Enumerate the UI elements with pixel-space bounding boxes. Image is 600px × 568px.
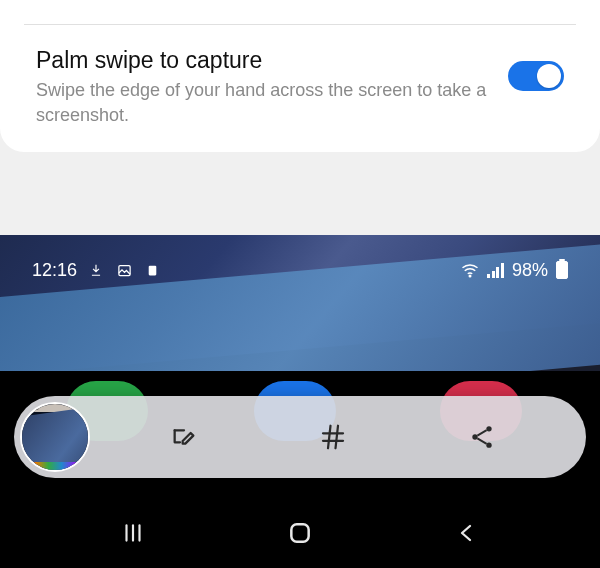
svg-rect-1: [148, 265, 156, 275]
battery-icon: [556, 261, 568, 279]
svg-point-2: [470, 275, 472, 277]
screenshot-thumbnail[interactable]: 01:42: [20, 402, 90, 472]
wifi-icon: [461, 261, 479, 279]
svg-point-7: [486, 426, 491, 431]
app-icon: [143, 261, 161, 279]
phone-home-screen: 12:16 98% 01:42: [0, 235, 600, 568]
tag-button[interactable]: [313, 417, 353, 457]
home-button[interactable]: [270, 513, 330, 553]
svg-line-11: [477, 438, 486, 443]
svg-point-9: [486, 442, 491, 447]
svg-line-10: [477, 430, 486, 435]
thumbnail-time-label: 01:42: [22, 404, 88, 412]
battery-percent: 98%: [512, 260, 548, 281]
download-icon: [87, 261, 105, 279]
picture-icon: [115, 261, 133, 279]
signal-icon: [487, 263, 504, 278]
toggle-knob: [537, 64, 561, 88]
setting-palm-swipe[interactable]: Palm swipe to capture Swipe the edge of …: [12, 47, 588, 128]
screenshot-toolbar: 01:42: [14, 396, 586, 478]
svg-line-5: [328, 426, 331, 449]
edit-button[interactable]: [164, 417, 204, 457]
share-button[interactable]: [462, 417, 502, 457]
svg-line-6: [335, 426, 338, 449]
status-bar: 12:16 98%: [0, 255, 600, 285]
setting-text-block: Palm swipe to capture Swipe the edge of …: [36, 47, 492, 128]
svg-point-8: [472, 434, 477, 439]
setting-title: Palm swipe to capture: [36, 47, 492, 74]
recents-button[interactable]: [103, 513, 163, 553]
setting-description: Swipe the edge of your hand across the s…: [36, 78, 492, 128]
status-time: 12:16: [32, 260, 77, 281]
back-button[interactable]: [437, 513, 497, 553]
divider: [24, 24, 576, 25]
previous-setting-desc-fragment: face down.: [12, 0, 588, 2]
settings-card: face down. Palm swipe to capture Swipe t…: [0, 0, 600, 152]
svg-rect-15: [291, 524, 308, 541]
navigation-bar: [0, 498, 600, 568]
palm-swipe-toggle[interactable]: [508, 61, 564, 91]
